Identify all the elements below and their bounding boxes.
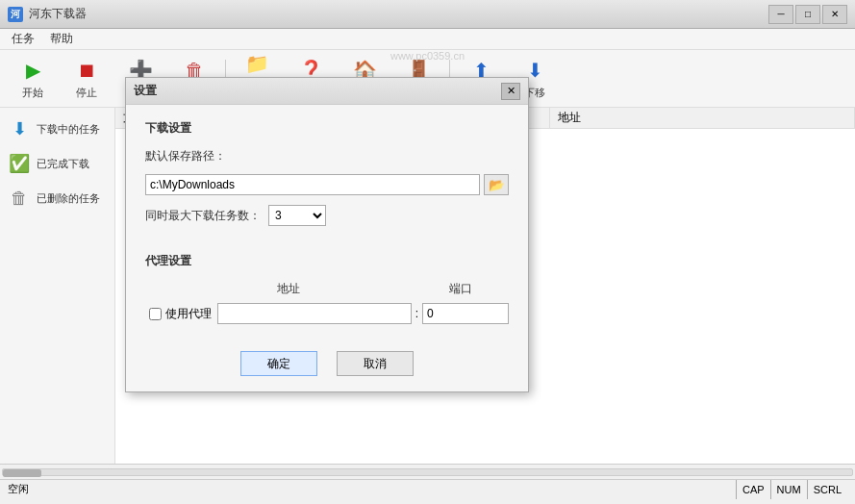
proxy-port-input[interactable] bbox=[422, 303, 509, 324]
max-tasks-select[interactable]: 1 2 3 4 5 bbox=[268, 205, 326, 226]
default-path-label: 默认保存路径： bbox=[145, 148, 226, 164]
download-section-title: 下载设置 bbox=[145, 120, 509, 137]
max-tasks-row: 同时最大下载任务数： 1 2 3 4 5 bbox=[145, 205, 509, 226]
dialog-body: 下载设置 默认保存路径： 📂 同时最大下载任务数： 1 2 3 4 5 bbox=[126, 105, 528, 340]
cancel-button[interactable]: 取消 bbox=[337, 351, 414, 376]
proxy-row: 使用代理 : bbox=[145, 303, 509, 324]
default-path-row: 默认保存路径： bbox=[145, 148, 509, 164]
browse-icon: 📂 bbox=[489, 178, 505, 192]
proxy-addr-input[interactable] bbox=[217, 303, 412, 324]
default-path-input[interactable] bbox=[145, 174, 480, 195]
settings-dialog: 设置 ✕ 下载设置 默认保存路径： 📂 同时最大下载任务数： 1 2 3 bbox=[125, 77, 529, 392]
dialog-overlay: 设置 ✕ 下载设置 默认保存路径： 📂 同时最大下载任务数： 1 2 3 bbox=[0, 0, 855, 504]
use-proxy-checkbox[interactable] bbox=[149, 308, 162, 320]
dialog-title: 设置 bbox=[134, 83, 157, 99]
ok-button[interactable]: 确定 bbox=[240, 351, 317, 376]
proxy-section-title: 代理设置 bbox=[145, 253, 509, 269]
proxy-col-headers: 地址 端口 bbox=[145, 281, 509, 297]
max-tasks-label: 同时最大下载任务数： bbox=[145, 208, 261, 224]
proxy-separator: : bbox=[412, 307, 422, 320]
proxy-port-header: 端口 bbox=[413, 281, 509, 297]
proxy-addr-header: 地址 bbox=[164, 281, 413, 297]
use-proxy-label: 使用代理 bbox=[165, 306, 212, 322]
path-input-row: 📂 bbox=[145, 174, 509, 195]
dialog-close-button[interactable]: ✕ bbox=[501, 83, 520, 100]
proxy-section: 代理设置 地址 端口 使用代理 : bbox=[145, 241, 509, 324]
dialog-titlebar: 设置 ✕ bbox=[126, 78, 528, 105]
browse-button[interactable]: 📂 bbox=[484, 174, 509, 195]
dialog-footer: 确定 取消 bbox=[126, 340, 528, 391]
